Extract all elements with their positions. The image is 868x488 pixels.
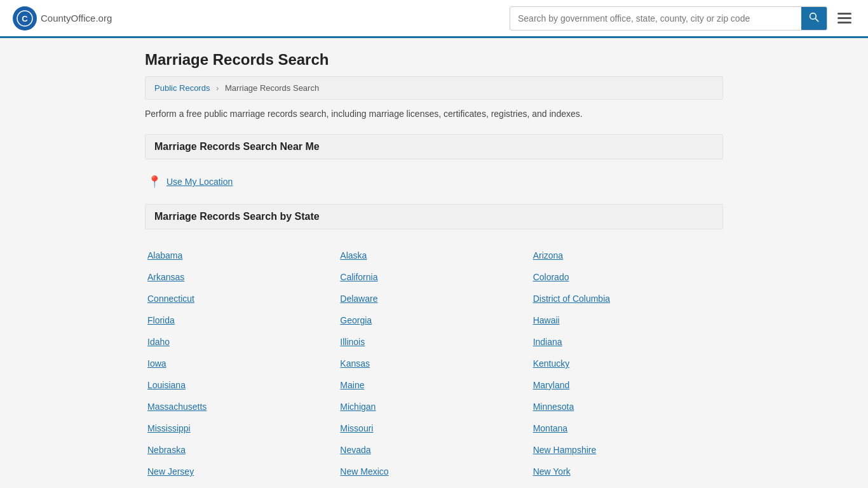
state-link[interactable]: Missouri: [337, 417, 530, 439]
state-link[interactable]: Louisiana: [145, 374, 337, 396]
state-link[interactable]: New Hampshire: [531, 439, 723, 461]
state-link[interactable]: Indiana: [531, 331, 723, 353]
page-title: Marriage Records Search: [145, 51, 723, 69]
state-link[interactable]: Arizona: [531, 245, 723, 266]
hamburger-line: [837, 17, 851, 19]
state-link[interactable]: Alaska: [337, 245, 530, 266]
state-link[interactable]: Montana: [531, 417, 723, 439]
search-button[interactable]: [801, 7, 827, 30]
logo-icon: C: [13, 6, 37, 30]
hamburger-line: [837, 22, 851, 24]
search-input[interactable]: [510, 8, 801, 29]
near-me-section-header: Marriage Records Search Near Me: [145, 134, 723, 159]
state-link[interactable]: Maryland: [531, 374, 723, 396]
svg-text:C: C: [22, 14, 28, 24]
location-icon: 📍: [147, 175, 161, 189]
state-link[interactable]: Nebraska: [145, 439, 337, 461]
state-link[interactable]: Florida: [145, 309, 337, 331]
header: C CountyOffice.org: [0, 0, 868, 38]
states-grid: AlabamaAlaskaArizonaArkansasCaliforniaCo…: [145, 238, 723, 488]
breadcrumb-separator: ›: [216, 83, 219, 93]
state-link[interactable]: Michigan: [337, 396, 530, 417]
state-link[interactable]: New Jersey: [145, 461, 337, 482]
page-description: Perform a free public marriage records s…: [145, 109, 723, 119]
near-me-section: 📍 Use My Location: [145, 168, 723, 200]
state-link[interactable]: Idaho: [145, 331, 337, 353]
state-link[interactable]: Kentucky: [531, 353, 723, 374]
state-link[interactable]: Arkansas: [145, 266, 337, 288]
state-link[interactable]: Iowa: [145, 353, 337, 374]
hamburger-button[interactable]: [834, 9, 855, 27]
state-link[interactable]: Hawaii: [531, 309, 723, 331]
main-content: Marriage Records Search Public Records ›…: [135, 51, 733, 488]
use-my-location-link[interactable]: Use My Location: [166, 177, 233, 187]
state-link[interactable]: Mississippi: [145, 417, 337, 439]
state-link[interactable]: Colorado: [531, 266, 723, 288]
logo-area: C CountyOffice.org: [13, 6, 112, 30]
state-link[interactable]: California: [337, 266, 530, 288]
state-link[interactable]: Nevada: [337, 439, 530, 461]
breadcrumb-current: Marriage Records Search: [225, 83, 319, 93]
state-link[interactable]: Georgia: [337, 309, 530, 331]
logo-name: CountyOffice: [41, 13, 95, 24]
breadcrumb: Public Records › Marriage Records Search: [145, 76, 723, 100]
state-link[interactable]: Maine: [337, 374, 530, 396]
logo-text: CountyOffice.org: [41, 11, 112, 25]
logo-org: .org: [95, 13, 112, 24]
state-link[interactable]: Alabama: [145, 245, 337, 266]
header-right: [510, 6, 855, 30]
state-link[interactable]: New Mexico: [337, 461, 530, 482]
state-link[interactable]: Illinois: [337, 331, 530, 353]
hamburger-line: [837, 13, 851, 15]
svg-point-2: [810, 13, 817, 19]
state-link[interactable]: New York: [531, 461, 723, 482]
state-link[interactable]: Kansas: [337, 353, 530, 374]
by-state-section: Marriage Records Search by State Alabama…: [145, 204, 723, 488]
search-bar: [510, 6, 827, 30]
svg-line-3: [815, 18, 818, 22]
state-link[interactable]: Connecticut: [145, 288, 337, 309]
state-link[interactable]: Delaware: [337, 288, 530, 309]
breadcrumb-parent[interactable]: Public Records: [154, 83, 210, 93]
state-link[interactable]: District of Columbia: [531, 288, 723, 309]
state-link[interactable]: Massachusetts: [145, 396, 337, 417]
state-link[interactable]: Minnesota: [531, 396, 723, 417]
by-state-section-header: Marriage Records Search by State: [145, 204, 723, 229]
